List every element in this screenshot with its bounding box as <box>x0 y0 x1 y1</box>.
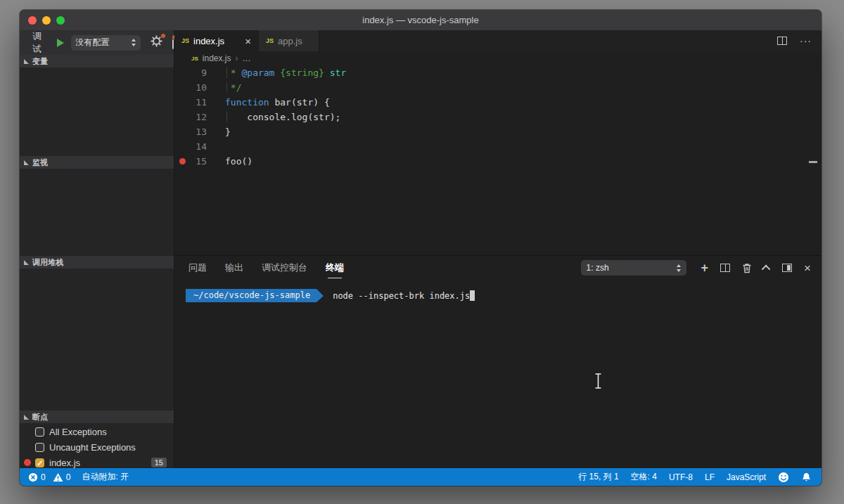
breakpoint-dot-icon <box>179 158 186 164</box>
variables-section-header[interactable]: 变量 <box>20 55 174 67</box>
tab-appjs[interactable]: JS app.js <box>259 30 319 51</box>
callstack-section-header[interactable]: 调用堆栈 <box>20 256 174 269</box>
checkbox-unchecked[interactable] <box>35 443 44 452</box>
split-terminal-icon[interactable] <box>720 264 730 272</box>
title-bar[interactable]: index.js — vscode-js-sample <box>20 10 821 30</box>
twistie-icon <box>24 59 29 64</box>
debug-config-dropdown[interactable]: 没有配置 <box>71 35 141 51</box>
editor-actions: ··· <box>777 30 812 51</box>
warning-triangle-icon <box>53 472 63 482</box>
panel-toolbar: 1: zsh + × <box>581 260 821 276</box>
debug-config-value: 没有配置 <box>76 37 110 49</box>
breakpoint-row-uncaught-exceptions[interactable]: Uncaught Exceptions <box>20 439 174 455</box>
collapse-panel-chevron-icon[interactable] <box>764 265 770 271</box>
checkbox-unchecked[interactable] <box>35 427 44 437</box>
tab-problems[interactable]: 问题 <box>188 255 207 280</box>
dropdown-arrows-icon <box>132 39 136 46</box>
encoding-status[interactable]: UTF-8 <box>669 472 693 482</box>
problems-status[interactable]: 0 0 <box>28 472 70 482</box>
maximize-panel-icon[interactable] <box>782 264 792 272</box>
tab-output[interactable]: 输出 <box>225 255 243 280</box>
terminal-instance-value: 1: zsh <box>587 263 609 273</box>
terminal-command: node --inspect-brk index.js <box>333 291 470 301</box>
indentation-status[interactable]: 空格: 4 <box>631 471 657 483</box>
code-line: 13 } <box>174 124 821 139</box>
status-left: 0 0 自动附加: 开 <box>28 471 129 483</box>
js-file-icon: JS <box>191 56 198 62</box>
tab-label: app.js <box>278 36 302 46</box>
terminal-cursor <box>470 290 475 301</box>
auto-attach-status[interactable]: 自动附加: 开 <box>82 471 129 483</box>
gear-badge-dot <box>160 33 166 39</box>
open-debug-console-button[interactable] <box>172 37 174 49</box>
traffic-lights <box>28 10 65 30</box>
kill-terminal-trash-icon[interactable] <box>742 263 752 273</box>
twistie-icon <box>24 260 29 265</box>
code-line: 12 console.log(str); <box>174 110 821 124</box>
breakpoint-dot-icon <box>24 459 31 466</box>
more-actions-icon[interactable]: ··· <box>800 35 812 46</box>
zoom-window-button[interactable] <box>56 16 65 25</box>
bottom-panel: 问题 输出 调试控制台 终端 1: zsh + <box>174 255 821 468</box>
line-number: 11 <box>190 97 207 108</box>
code-line: 14 <box>174 139 821 154</box>
breakpoints-section-header[interactable]: 断点 <box>20 411 174 423</box>
watch-header-label: 监视 <box>32 157 48 168</box>
breakpoint-row-all-exceptions[interactable]: All Exceptions <box>20 424 174 439</box>
breadcrumb-more[interactable]: … <box>242 53 250 63</box>
code-editor[interactable]: 9 * @param {string} str 10 */ 11 functio… <box>174 65 821 255</box>
tab-debug-console[interactable]: 调试控制台 <box>262 255 307 280</box>
status-right: 行 15, 列 1 空格: 4 UTF-8 LF JavaScript <box>578 471 812 483</box>
debug-sidebar: 调试 没有配置 <box>20 30 174 468</box>
notifications-bell-icon[interactable] <box>801 472 812 483</box>
configure-gear-button[interactable] <box>151 35 162 50</box>
close-tab-icon[interactable]: × <box>245 36 251 46</box>
eol-status[interactable]: LF <box>705 472 715 482</box>
cursor-position-status[interactable]: 行 15, 列 1 <box>578 471 618 483</box>
overview-ruler-cursor-marker <box>809 161 817 163</box>
prompt-path-segment: ~/code/vscode-js-sample <box>186 289 316 302</box>
terminal-instance-dropdown[interactable]: 1: zsh <box>581 260 686 276</box>
breadcrumb-file[interactable]: index.js <box>203 53 231 63</box>
editor-pane: JS index.js × JS app.js ··· JS index.js … <box>174 30 821 468</box>
close-panel-icon[interactable]: × <box>804 262 811 274</box>
tab-terminal[interactable]: 终端 <box>326 255 344 280</box>
start-debug-icon[interactable] <box>57 39 64 47</box>
tab-indexjs[interactable]: JS index.js × <box>174 30 259 51</box>
terminal-view[interactable]: ~/code/vscode-js-sample node --inspect-b… <box>174 280 821 468</box>
breakpoint-label: index.js <box>49 458 80 468</box>
line-number: 10 <box>190 82 207 93</box>
breadcrumb[interactable]: JS index.js › … <box>174 51 821 65</box>
breakpoint-line-badge: 15 <box>151 458 167 467</box>
terminal-prompt-line: ~/code/vscode-js-sample node --inspect-b… <box>186 289 475 302</box>
line-number: 12 <box>190 112 207 122</box>
line-number: 15 <box>190 156 207 167</box>
code-line-with-breakpoint: 15 foo() <box>174 154 821 169</box>
language-mode-status[interactable]: JavaScript <box>727 472 766 482</box>
js-file-icon: JS <box>266 37 274 44</box>
editor-tab-bar: JS index.js × JS app.js ··· <box>174 30 821 51</box>
breakpoint-label: Uncaught Exceptions <box>49 442 136 453</box>
debug-toolbar: 调试 没有配置 <box>20 30 174 55</box>
watch-section-header[interactable]: 监视 <box>20 156 174 169</box>
code-line: 10 */ <box>174 80 821 95</box>
close-window-button[interactable] <box>28 16 37 25</box>
feedback-smiley-icon[interactable] <box>778 472 789 483</box>
code-line: 9 * @param {string} str <box>174 65 821 80</box>
line-number: 9 <box>190 67 207 78</box>
minimize-window-button[interactable] <box>42 16 51 25</box>
debug-title: 调试 <box>32 30 49 56</box>
workbench: 调试 没有配置 <box>20 30 821 468</box>
checkbox-checked[interactable]: ✓ <box>35 458 44 467</box>
window-title: index.js — vscode-js-sample <box>362 15 478 25</box>
callstack-header-label: 调用堆栈 <box>32 257 63 268</box>
new-terminal-icon[interactable]: + <box>701 261 709 274</box>
variables-header-label: 变量 <box>32 56 48 67</box>
error-circle-icon <box>28 472 38 482</box>
panel-tab-bar: 问题 输出 调试控制台 终端 1: zsh + <box>174 256 821 280</box>
breakpoint-gutter[interactable] <box>174 158 190 164</box>
error-count: 0 <box>41 472 46 482</box>
split-editor-icon[interactable] <box>777 37 787 45</box>
twistie-icon <box>24 415 29 420</box>
js-file-icon: JS <box>181 37 189 44</box>
